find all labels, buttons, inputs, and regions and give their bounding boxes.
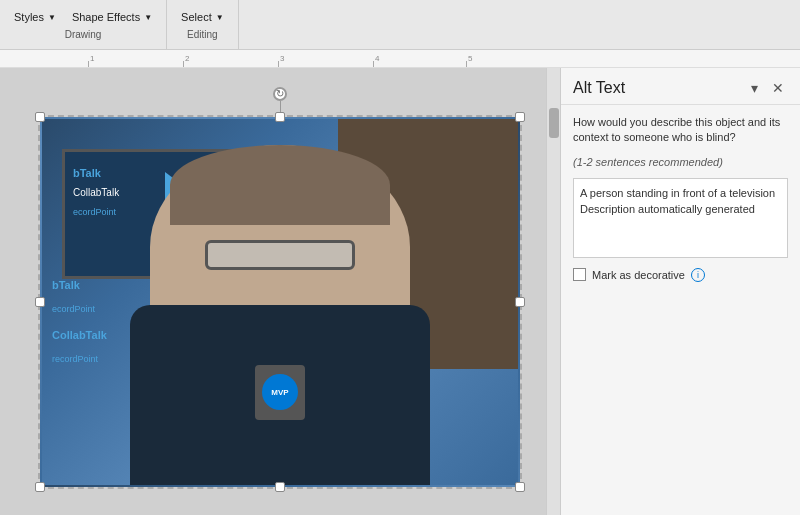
ruler-mark-2: 2 bbox=[185, 54, 189, 63]
drawing-section: Styles ▼ Shape Effects ▼ Drawing bbox=[0, 0, 167, 49]
badge-text: MVP bbox=[271, 388, 288, 397]
shape-effects-label: Shape Effects bbox=[72, 11, 140, 23]
handle-top-left[interactable] bbox=[35, 112, 45, 122]
panel-header: Alt Text ▾ ✕ bbox=[561, 68, 800, 105]
person-shirt: MVP bbox=[130, 305, 430, 485]
badge: MVP bbox=[255, 365, 305, 420]
rotate-line bbox=[280, 101, 281, 113]
shape-effects-arrow: ▼ bbox=[144, 13, 152, 22]
editing-section: Select ▼ Editing bbox=[167, 0, 239, 49]
ruler-content: 1 2 3 4 5 bbox=[0, 50, 800, 67]
alt-text-textarea[interactable] bbox=[573, 178, 788, 258]
image-container: ↻ bTalk CollabTalk ecordPoint bTalk ecor… bbox=[40, 117, 520, 487]
left-text-2: ecordPoint bbox=[52, 304, 95, 314]
ruler: 1 2 3 4 5 bbox=[0, 50, 800, 68]
rotate-handle[interactable]: ↻ bbox=[273, 87, 287, 101]
tv-text-1: bTalk bbox=[73, 167, 101, 179]
scrollbar-thumb[interactable] bbox=[549, 108, 559, 138]
select-button[interactable]: Select ▼ bbox=[175, 9, 230, 25]
hair bbox=[170, 145, 390, 225]
slide-area: ↻ bTalk CollabTalk ecordPoint bTalk ecor… bbox=[0, 68, 560, 515]
styles-button[interactable]: Styles ▼ bbox=[8, 9, 62, 25]
toolbar: Styles ▼ Shape Effects ▼ Drawing Select … bbox=[0, 0, 800, 50]
decorative-row: Mark as decorative i bbox=[573, 268, 788, 282]
ruler-mark-1: 1 bbox=[90, 54, 94, 63]
info-icon[interactable]: i bbox=[691, 268, 705, 282]
styles-arrow: ▼ bbox=[48, 13, 56, 22]
ruler-mark-3: 3 bbox=[280, 54, 284, 63]
drawing-section-label: Drawing bbox=[65, 29, 102, 40]
ruler-mark-4: 4 bbox=[375, 54, 379, 63]
ruler-mark-5: 5 bbox=[468, 54, 472, 63]
slide-image: bTalk CollabTalk ecordPoint bTalk ecordP… bbox=[40, 117, 520, 487]
drawing-buttons-row: Styles ▼ Shape Effects ▼ bbox=[8, 9, 158, 25]
decorative-checkbox[interactable] bbox=[573, 268, 586, 281]
panel-body: How would you describe this object and i… bbox=[561, 105, 800, 292]
shape-effects-button[interactable]: Shape Effects ▼ bbox=[66, 9, 158, 25]
editing-section-label: Editing bbox=[187, 29, 218, 40]
tv-logo: CollabTalk bbox=[73, 187, 119, 198]
handle-middle-right[interactable] bbox=[515, 297, 525, 307]
handle-bottom-left[interactable] bbox=[35, 482, 45, 492]
styles-label: Styles bbox=[14, 11, 44, 23]
tv-text-2: ecordPoint bbox=[73, 207, 116, 217]
handle-top-right[interactable] bbox=[515, 112, 525, 122]
handle-bottom-right[interactable] bbox=[515, 482, 525, 492]
main-area: ↻ bTalk CollabTalk ecordPoint bTalk ecor… bbox=[0, 68, 800, 515]
badge-logo: MVP bbox=[262, 374, 298, 410]
left-text-3: CollabTalk bbox=[52, 329, 107, 341]
select-arrow: ▼ bbox=[216, 13, 224, 22]
panel-description: How would you describe this object and i… bbox=[573, 115, 788, 146]
panel-controls: ▾ ✕ bbox=[747, 78, 788, 98]
glasses bbox=[205, 240, 355, 270]
panel-hint: (1-2 sentences recommended) bbox=[573, 156, 788, 168]
handle-bottom-center[interactable] bbox=[275, 482, 285, 492]
handle-top-center[interactable] bbox=[275, 112, 285, 122]
panel-pin-button[interactable]: ▾ bbox=[747, 78, 762, 98]
decorative-label: Mark as decorative bbox=[592, 269, 685, 281]
panel-close-button[interactable]: ✕ bbox=[768, 78, 788, 98]
panel-title: Alt Text bbox=[573, 79, 625, 97]
alt-text-panel: Alt Text ▾ ✕ How would you describe this… bbox=[560, 68, 800, 515]
left-text-1: bTalk bbox=[52, 279, 80, 291]
vertical-scrollbar[interactable] bbox=[546, 68, 560, 515]
left-text-4: recordPoint bbox=[52, 354, 98, 364]
handle-middle-left[interactable] bbox=[35, 297, 45, 307]
select-label: Select bbox=[181, 11, 212, 23]
